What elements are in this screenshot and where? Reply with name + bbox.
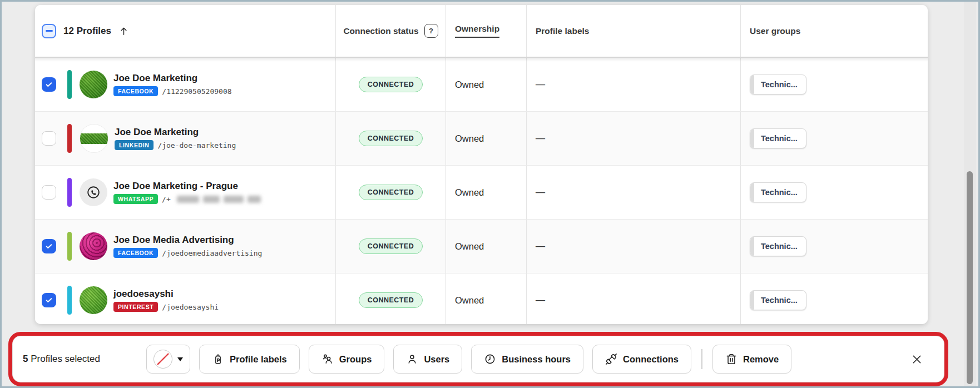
profile-cell: Joe Doe Marketing LINKEDIN /joe-doe-mark… [35, 112, 335, 165]
profile-text: Joe Doe Marketing - Prague WHATSAPP /+ [113, 181, 261, 204]
connection-status-cell: CONNECTED [335, 112, 446, 165]
vertical-scrollbar-track [964, 2, 976, 386]
profile-cell: Joe Doe Media Advertising FACEBOOK /joed… [35, 220, 335, 273]
business-hours-button-label: Business hours [502, 354, 571, 365]
profile-name: Joe Doe Marketing [115, 127, 236, 138]
connection-status-cell: CONNECTED [335, 220, 446, 273]
profile-labels-button[interactable]: Profile labels [199, 345, 300, 374]
ownership-value: Owned [455, 295, 484, 306]
user-group-chip[interactable]: Technic... [750, 128, 806, 148]
profile-labels-cell: — [526, 58, 740, 111]
profile-handle: /joedoesayshi [162, 303, 219, 311]
connection-status-pill: CONNECTED [359, 292, 423, 309]
user-groups-cell: Technic... [740, 273, 928, 324]
row-checkbox[interactable] [42, 185, 56, 200]
user-group-chip-label: Technic... [761, 188, 798, 197]
ownership-value: Owned [455, 79, 484, 90]
profile-labels-value: — [536, 187, 545, 198]
help-icon[interactable]: ? [424, 24, 438, 38]
check-icon [44, 242, 53, 251]
network-badge: LINKEDIN [115, 140, 154, 150]
profile-labels-value: — [536, 295, 545, 306]
user-group-chip-label: Technic... [761, 134, 798, 143]
table-header-row: 12 Profiles Connection status ? Ownershi… [35, 5, 928, 57]
ownership-header-cell[interactable]: Ownership [446, 5, 526, 57]
profile-text: joedoesayshi PINTEREST /joedoesayshi [113, 288, 219, 312]
user-groups-header-cell: User groups [740, 5, 928, 57]
profile-avatar [80, 178, 107, 206]
connections-button[interactable]: Connections [592, 345, 691, 374]
profile-accent-bar [67, 70, 72, 99]
user-group-chip[interactable]: Technic... [750, 74, 806, 94]
plug-icon [605, 353, 617, 365]
select-all-checkbox[interactable] [42, 24, 56, 38]
profile-labels-cell: — [526, 112, 740, 165]
connection-status-cell: CONNECTED [335, 273, 446, 324]
row-checkbox[interactable] [42, 293, 56, 307]
network-badge: WHATSAPP [113, 194, 158, 204]
profile-name: Joe Doe Marketing [113, 73, 232, 84]
remove-button-label: Remove [743, 354, 779, 365]
network-badge: FACEBOOK [113, 248, 158, 258]
groups-button[interactable]: Groups [309, 345, 385, 374]
remove-button[interactable]: Remove [712, 345, 791, 374]
connection-status-header-label: Connection status [343, 26, 418, 36]
user-group-chip-label: Technic... [761, 80, 798, 89]
user-group-chip[interactable]: Technic... [750, 236, 806, 256]
user-group-chip-label: Technic... [761, 296, 798, 305]
user-groups-cell: Technic... [740, 166, 928, 219]
profiles-table-card: 12 Profiles Connection status ? Ownershi… [35, 5, 928, 324]
indeterminate-minus-icon [46, 30, 53, 32]
button-group-separator [701, 349, 702, 369]
table-row[interactable]: Joe Doe Media Advertising FACEBOOK /joed… [35, 219, 928, 273]
profile-avatar [80, 124, 108, 153]
app-window: 12 Profiles Connection status ? Ownershi… [0, 0, 980, 388]
users-button[interactable]: Users [393, 345, 462, 374]
connection-status-cell: CONNECTED [335, 58, 446, 111]
user-group-chip[interactable]: Technic... [750, 290, 806, 310]
business-hours-button[interactable]: Business hours [471, 345, 583, 374]
selected-count-label: 5 Profiles selected [23, 354, 146, 365]
tag-icon [212, 353, 224, 365]
check-icon [44, 296, 53, 305]
profile-labels-cell: — [526, 220, 740, 273]
row-checkbox[interactable] [42, 77, 56, 92]
profile-text: Joe Doe Media Advertising FACEBOOK /joed… [113, 235, 262, 258]
user-icon [406, 353, 418, 365]
profile-labels-cell: — [526, 273, 740, 324]
connection-status-pill: CONNECTED [359, 131, 423, 147]
table-row[interactable]: Joe Doe Marketing FACEBOOK /112290505209… [35, 57, 928, 111]
profile-name: Joe Doe Marketing - Prague [113, 181, 261, 192]
ownership-value: Owned [455, 187, 484, 198]
ownership-cell: Owned [446, 112, 526, 165]
table-row[interactable]: Joe Doe Marketing LINKEDIN /joe-doe-mark… [35, 111, 928, 165]
connection-status-pill: CONNECTED [359, 185, 423, 201]
no-color-swatch-icon [154, 350, 172, 369]
table-row[interactable]: joedoesayshi PINTEREST /joedoesayshi CON… [35, 273, 928, 324]
profile-text: Joe Doe Marketing LINKEDIN /joe-doe-mark… [115, 127, 236, 150]
ownership-cell: Owned [446, 273, 526, 324]
profile-accent-bar [67, 232, 72, 261]
user-groups-cell: Technic... [740, 112, 928, 165]
sort-ascending-icon[interactable] [118, 26, 129, 37]
profile-accent-bar [67, 178, 72, 207]
row-checkbox[interactable] [42, 239, 56, 253]
trash-icon [725, 353, 738, 365]
color-swatch-dropdown[interactable] [146, 345, 190, 374]
groups-button-label: Groups [339, 354, 372, 365]
profile-cell: Joe Doe Marketing FACEBOOK /112290505209… [35, 58, 335, 111]
user-groups-header-label: User groups [750, 26, 800, 36]
close-icon [911, 354, 923, 365]
table-row[interactable]: Joe Doe Marketing - Prague WHATSAPP /+ C… [35, 165, 928, 219]
ownership-header-label: Ownership [455, 24, 499, 38]
masked-handle [177, 196, 261, 203]
profile-handle: /112290505209008 [162, 87, 231, 96]
row-checkbox[interactable] [42, 131, 56, 146]
user-groups-cell: Technic... [740, 58, 928, 111]
user-group-chip[interactable]: Technic... [750, 182, 806, 202]
vertical-scrollbar-thumb[interactable] [967, 171, 973, 384]
user-groups-cell: Technic... [740, 220, 928, 273]
close-action-bar-button[interactable] [911, 354, 923, 365]
profile-avatar [80, 286, 107, 314]
network-badge: PINTEREST [113, 302, 158, 312]
